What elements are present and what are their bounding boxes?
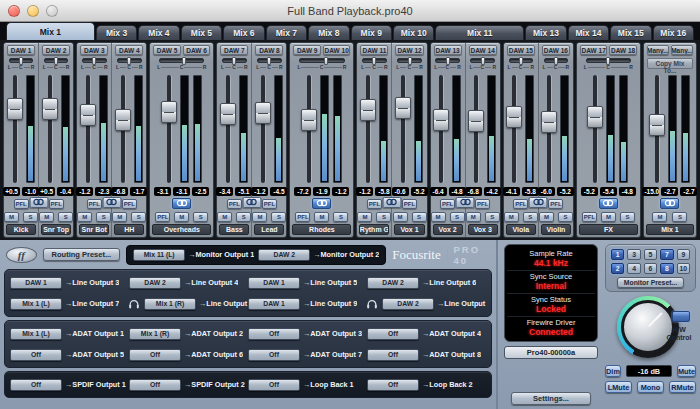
pan-handle[interactable] (127, 57, 131, 65)
solo-channel-button[interactable]: S (271, 212, 286, 222)
pan-slider[interactable] (222, 58, 247, 63)
fader-cap[interactable] (433, 109, 449, 131)
tab-mix-1[interactable]: Mix 1 (6, 22, 95, 40)
tab-mix-3[interactable]: Mix 3 (96, 25, 137, 40)
monitor-output-button-1[interactable]: 1 (611, 249, 624, 260)
pan-handle[interactable] (606, 57, 610, 65)
pfl-button[interactable]: PFL (262, 199, 277, 209)
tab-mix-13[interactable]: Mix 13 (525, 25, 566, 40)
mute-channel-button[interactable]: M (357, 212, 372, 222)
tab-mix-7[interactable]: Mix 7 (266, 25, 307, 40)
zoom-button[interactable] (46, 5, 58, 17)
pan-handle[interactable] (519, 57, 523, 65)
pfl-button[interactable]: PFL (227, 199, 242, 209)
route-source-button[interactable]: Mix 1 (R) (129, 328, 181, 340)
tab-mix-14[interactable]: Mix 14 (568, 25, 609, 40)
channel-fader[interactable] (469, 75, 483, 183)
mono-button[interactable]: Mono (637, 381, 664, 393)
pan-handle[interactable] (372, 57, 376, 65)
mute-channel-button[interactable]: M (393, 212, 408, 222)
fader-cap[interactable] (161, 101, 177, 123)
monitor-output-button-2[interactable]: 2 (611, 263, 624, 274)
pan-slider[interactable] (435, 58, 460, 63)
route-source-button[interactable]: DAW 1 (248, 277, 300, 289)
solo-channel-button[interactable]: S (412, 212, 427, 222)
fader-cap[interactable] (587, 106, 603, 128)
pan-slider[interactable] (82, 58, 107, 63)
channel-name-label[interactable]: Rhodes (292, 224, 351, 235)
monitor-output-button-5[interactable]: 5 (644, 249, 657, 260)
pan-slider[interactable] (44, 58, 69, 63)
pfl-button[interactable]: PFL (440, 199, 455, 209)
pfl-button[interactable]: PFL (402, 199, 417, 209)
channel-name-label[interactable]: Rythm G (359, 224, 389, 235)
daw-source-button[interactable]: DAW 3 (80, 45, 108, 55)
daw-source-button[interactable]: DAW 11 (360, 45, 388, 55)
route-source-button[interactable]: Off (10, 379, 62, 391)
pfl-button[interactable]: PFL (122, 199, 137, 209)
route-source-button[interactable]: Off (248, 379, 300, 391)
tab-mix-9[interactable]: Mix 9 (351, 25, 392, 40)
stereo-link-button[interactable] (529, 197, 548, 208)
route-source-button[interactable]: Off (367, 328, 419, 340)
solo-channel-button[interactable]: S (558, 212, 573, 222)
route-source-button[interactable]: Off (129, 379, 181, 391)
pan-handle[interactable] (54, 57, 58, 65)
stereo-link-button[interactable] (102, 197, 121, 208)
tab-mix-15[interactable]: Mix 15 (610, 25, 651, 40)
pfl-button[interactable]: PFL (87, 199, 102, 209)
pfl-button[interactable]: PFL (582, 212, 597, 222)
monitor-output-button-7[interactable]: 7 (660, 249, 673, 260)
solo-channel-button[interactable]: S (96, 212, 111, 222)
mute-channel-button[interactable]: M (601, 212, 616, 222)
stereo-link-button[interactable] (29, 197, 48, 208)
channel-fader[interactable] (361, 75, 375, 183)
pan-handle[interactable] (481, 57, 485, 65)
pan-slider[interactable] (586, 58, 631, 63)
channel-name-label[interactable]: Snr Bot (79, 224, 109, 235)
fader-cap[interactable] (115, 109, 131, 131)
channel-fader[interactable] (302, 75, 316, 183)
solo-channel-button[interactable]: S (236, 212, 251, 222)
channel-name-label[interactable]: Vox 3 (468, 224, 498, 235)
daw-source-button[interactable]: DAW 15 (507, 45, 535, 55)
tab-mix-8[interactable]: Mix 8 (308, 25, 349, 40)
fader-cap[interactable] (649, 114, 665, 136)
route-source-button[interactable]: DAW 2 (258, 249, 310, 261)
tab-mix-16[interactable]: Mix 16 (653, 25, 694, 40)
solo-channel-button[interactable]: S (131, 212, 146, 222)
pan-slider[interactable] (117, 58, 142, 63)
monitor-output-button-3[interactable]: 3 (627, 249, 640, 260)
channel-name-label[interactable]: Violin (541, 224, 571, 235)
channel-fader[interactable] (396, 75, 410, 183)
hw-control-button[interactable] (672, 311, 690, 322)
mute-channel-button[interactable]: M (252, 212, 267, 222)
route-source-button[interactable]: Mix 11 (L) (133, 249, 185, 261)
pfl-button[interactable]: PFL (475, 199, 490, 209)
fader-cap[interactable] (301, 109, 317, 131)
channel-name-label[interactable]: HH (114, 224, 144, 235)
monitor-output-button-6[interactable]: 6 (644, 263, 657, 274)
channel-name-label[interactable]: Overheads (152, 224, 211, 235)
route-source-button[interactable]: Off (248, 349, 300, 361)
daw-source-button[interactable]: DAW 12 (395, 45, 423, 55)
pan-handle[interactable] (232, 57, 236, 65)
solo-channel-button[interactable]: S (450, 212, 465, 222)
pan-handle[interactable] (19, 57, 23, 65)
solo-channel-button[interactable]: S (23, 212, 38, 222)
solo-channel-button[interactable]: S (672, 212, 687, 222)
channel-fader[interactable] (542, 75, 556, 183)
route-source-button[interactable]: Mix 1 (R) (144, 298, 196, 310)
pan-slider[interactable] (470, 58, 495, 63)
minimize-button[interactable] (27, 5, 39, 17)
channel-fader[interactable] (8, 75, 22, 183)
tab-mix-11[interactable]: Mix 11 (435, 25, 524, 40)
tab-mix-6[interactable]: Mix 6 (223, 25, 264, 40)
route-source-button[interactable]: DAW 2 (129, 277, 181, 289)
channel-fader[interactable] (650, 75, 664, 183)
pan-handle[interactable] (408, 57, 412, 65)
daw-source-button[interactable]: DAW 14 (469, 45, 497, 55)
channel-fader[interactable] (43, 75, 57, 183)
stereo-link-button[interactable] (382, 197, 401, 208)
mute-channel-button[interactable]: M (217, 212, 232, 222)
